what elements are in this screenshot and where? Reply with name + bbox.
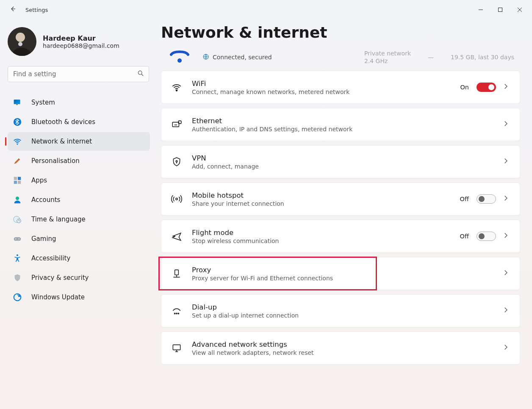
search-icon	[137, 70, 144, 78]
svg-rect-11	[16, 105, 18, 105]
card-subtitle: Stop wireless communication	[192, 238, 451, 244]
sidebar-item-label: Privacy & security	[31, 274, 89, 282]
search-input[interactable]	[8, 66, 149, 82]
sidebar-item-network[interactable]: Network & internet	[8, 132, 150, 151]
chevron-right-icon	[502, 232, 510, 241]
page-title: Network & internet	[161, 24, 520, 41]
main-content: Network & internet Connected, secured	[152, 19, 532, 409]
airplane-icon	[171, 230, 183, 242]
flight-mode-toggle[interactable]	[477, 232, 496, 241]
sidebar-item-apps[interactable]: Apps	[8, 171, 150, 190]
minimize-icon	[478, 7, 483, 12]
card-title: Dial-up	[192, 303, 493, 311]
apps-icon	[13, 176, 22, 185]
advanced-network-icon	[171, 342, 183, 354]
wifi-toggle[interactable]	[477, 83, 496, 92]
svg-point-18	[16, 196, 19, 200]
sidebar-item-label: Accounts	[31, 196, 60, 204]
sidebar-item-privacy[interactable]: Privacy & security	[8, 268, 150, 287]
svg-point-5	[16, 33, 25, 42]
nav: System Bluetooth & devices Network & int…	[8, 93, 150, 307]
toggle-label: Off	[460, 196, 469, 202]
chevron-right-icon	[502, 83, 510, 92]
card-advanced-network[interactable]: Advanced network settings View all netwo…	[161, 332, 520, 365]
svg-point-28	[176, 90, 177, 91]
ethernet-icon	[171, 119, 183, 130]
svg-point-35	[176, 313, 177, 314]
card-proxy[interactable]: Proxy Proxy server for Wi-Fi and Etherne…	[161, 257, 520, 290]
user-block[interactable]: Hardeep Kaur hardeep0688@gmail.com	[8, 27, 150, 56]
card-title: VPN	[192, 154, 493, 162]
svg-rect-29	[172, 122, 179, 127]
sidebar-item-time-language[interactable]: Time & language	[8, 210, 150, 229]
hotspot-toggle[interactable]	[477, 194, 496, 204]
svg-point-34	[175, 313, 175, 314]
settings-cards: WiFi Connect, manage known networks, met…	[161, 71, 520, 373]
gamepad-icon	[13, 234, 22, 243]
sidebar-item-accounts[interactable]: Accounts	[8, 191, 150, 209]
sidebar-item-system[interactable]: System	[8, 93, 150, 112]
svg-point-26	[177, 58, 182, 63]
sidebar-item-personalisation[interactable]: Personalisation	[8, 152, 150, 170]
card-subtitle: Set up a dial-up internet connection	[192, 312, 493, 319]
avatar	[8, 27, 36, 56]
sidebar-item-label: Windows Update	[31, 293, 85, 301]
close-icon	[517, 7, 522, 12]
sidebar-item-gaming[interactable]: Gaming	[8, 229, 150, 248]
network-status-bar: Connected, secured Private network 2.4 G…	[161, 46, 520, 71]
sidebar-item-label: Apps	[31, 177, 47, 184]
svg-rect-33	[175, 270, 179, 275]
dash-separator: —	[428, 54, 434, 61]
window-maximize-button[interactable]	[490, 0, 510, 19]
sidebar-item-label: Accessibility	[31, 254, 70, 262]
hotspot-icon	[171, 193, 183, 205]
chevron-right-icon	[502, 306, 510, 315]
globe-icon	[202, 53, 209, 61]
sidebar-item-label: Network & internet	[31, 138, 92, 145]
svg-rect-37	[173, 345, 180, 350]
card-vpn[interactable]: VPN Add, connect, manage	[161, 145, 520, 178]
card-subtitle: Authentication, IP and DNS settings, met…	[192, 126, 493, 133]
card-subtitle: Add, connect, manage	[192, 163, 493, 170]
svg-line-8	[141, 74, 143, 76]
window-minimize-button[interactable]	[471, 0, 490, 19]
sidebar-item-bluetooth[interactable]: Bluetooth & devices	[8, 113, 150, 131]
card-ethernet[interactable]: Ethernet Authentication, IP and DNS sett…	[161, 108, 520, 141]
card-dial-up[interactable]: Dial-up Set up a dial-up internet connec…	[161, 294, 520, 327]
svg-rect-10	[14, 100, 20, 104]
layout: Hardeep Kaur hardeep0688@gmail.com Syste…	[0, 19, 532, 409]
back-button[interactable]	[8, 5, 18, 14]
chevron-right-icon	[502, 343, 510, 353]
data-usage: 19.5 GB, last 30 days	[451, 54, 514, 61]
card-mobile-hotspot[interactable]: Mobile hotspot Share your internet conne…	[161, 182, 520, 216]
wifi-icon	[171, 81, 183, 93]
card-subtitle: Share your internet connection	[192, 200, 451, 207]
proxy-icon	[171, 268, 183, 279]
svg-point-22	[15, 238, 16, 239]
dialup-icon	[171, 305, 183, 317]
window-close-button[interactable]	[510, 0, 529, 19]
search-container	[8, 66, 149, 82]
maximize-icon	[498, 7, 503, 12]
display-icon	[13, 98, 22, 107]
svg-point-36	[178, 313, 179, 314]
toggle-label: On	[460, 84, 469, 91]
svg-point-7	[138, 71, 142, 75]
svg-point-32	[176, 198, 177, 200]
card-wifi[interactable]: WiFi Connect, manage known networks, met…	[161, 71, 520, 104]
chevron-right-icon	[502, 157, 510, 166]
card-subtitle: Proxy server for Wi-Fi and Ethernet conn…	[192, 275, 493, 282]
clock-globe-icon	[13, 215, 22, 224]
svg-point-31	[176, 160, 177, 162]
sidebar-item-accessibility[interactable]: Accessibility	[8, 249, 150, 268]
card-flight-mode[interactable]: Flight mode Stop wireless communication …	[161, 220, 520, 253]
sidebar-item-label: Personalisation	[31, 157, 80, 165]
accessibility-icon	[13, 254, 22, 263]
sidebar-item-windows-update[interactable]: Windows Update	[8, 288, 150, 307]
svg-rect-17	[18, 181, 21, 184]
user-name: Hardeep Kaur	[43, 34, 119, 42]
update-icon	[13, 293, 22, 302]
card-title: Mobile hotspot	[192, 191, 451, 199]
svg-point-13	[17, 144, 18, 145]
chevron-right-icon	[502, 269, 510, 278]
